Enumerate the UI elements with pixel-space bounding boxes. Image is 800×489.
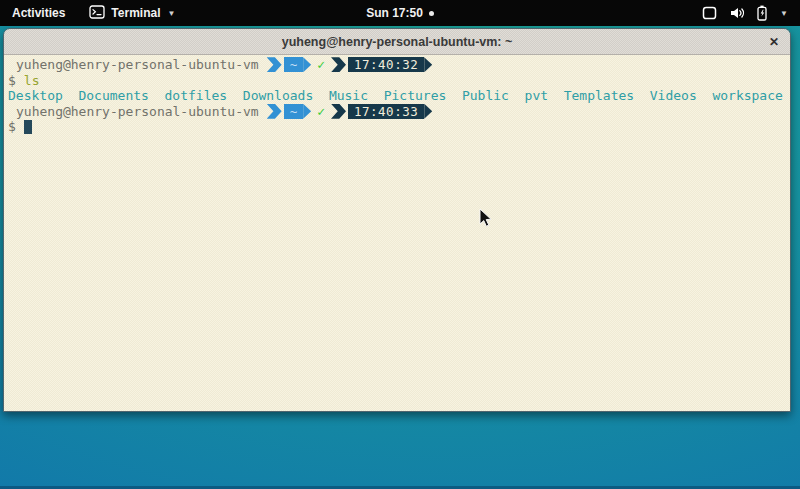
command-line: $ ls [4,73,790,89]
chevron-down-icon: ▼ [780,9,788,18]
powerline-prompt: ~ ✓ 17:40:32 [267,57,433,72]
activities-label: Activities [12,6,65,20]
prompt-timestamp: 17:40:33 [348,104,424,119]
powerline-tip-icon [303,57,311,72]
desktop-background: Activities Terminal ▼ Sun 17:50 [0,0,800,489]
prompt-cwd: ~ [284,57,304,72]
prompt-host: yuheng@henry-personal-ubuntu-vm [8,104,259,119]
activities-button[interactable]: Activities [0,0,77,26]
powerline-prompt: ~ ✓ 17:40:33 [267,104,433,119]
status-check-icon: ✓ [317,57,325,72]
battery-charging-icon [757,5,767,21]
prompt-cwd: ~ [284,104,304,119]
prompt-line: yuheng@henry-personal-ubuntu-vm ~ ✓ 17:4… [4,57,790,73]
window-titlebar[interactable]: yuheng@henry-personal-ubuntu-vm: ~ ✕ [4,29,790,55]
powerline-arrow-icon [331,104,346,119]
terminal-content[interactable]: yuheng@henry-personal-ubuntu-vm ~ ✓ 17:4… [4,55,790,412]
system-status-area[interactable]: ▼ [690,0,800,26]
powerline-tip-icon [424,57,432,72]
window-title: yuheng@henry-personal-ubuntu-vm: ~ [282,35,513,49]
text-cursor [24,120,32,134]
clock-button[interactable]: Sun 17:50 [366,6,434,20]
prompt-host: yuheng@henry-personal-ubuntu-vm [8,57,259,72]
terminal-icon [89,5,105,22]
command-text: ls [24,73,40,88]
top-bar-left: Activities Terminal ▼ [0,0,187,26]
ls-output: Desktop Documents dotfiles Downloads Mus… [4,88,790,104]
display-icon [702,6,717,20]
powerline-tip-icon [303,104,311,119]
prompt-timestamp: 17:40:32 [348,57,424,72]
app-menu-label: Terminal [111,6,160,20]
status-check-icon: ✓ [317,104,325,119]
clock-label: Sun 17:50 [366,6,423,20]
notification-dot [429,11,434,16]
powerline-arrow-icon [267,57,282,72]
close-button[interactable]: ✕ [769,36,779,48]
powerline-tip-icon [424,104,432,119]
top-bar: Activities Terminal ▼ Sun 17:50 [0,0,800,26]
input-line: $ [4,119,790,135]
powerline-arrow-icon [267,104,282,119]
prompt-line: yuheng@henry-personal-ubuntu-vm ~ ✓ 17:4… [4,104,790,120]
terminal-window: yuheng@henry-personal-ubuntu-vm: ~ ✕ yuh… [3,28,791,412]
prompt-symbol: $ [8,119,16,134]
prompt-symbol: $ [8,73,16,88]
powerline-arrow-icon [331,57,346,72]
app-menu-button[interactable]: Terminal ▼ [77,0,187,26]
chevron-down-icon: ▼ [167,9,175,18]
volume-icon [729,6,745,20]
